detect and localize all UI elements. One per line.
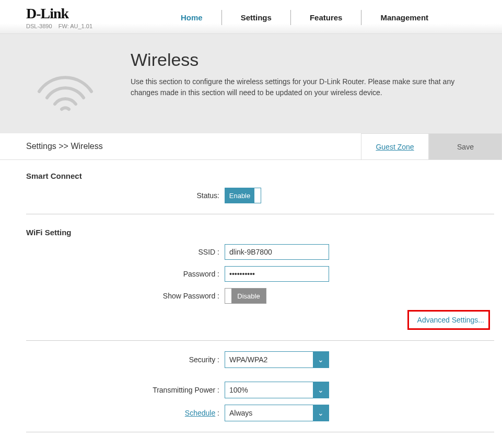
nav-features[interactable]: Features (291, 10, 362, 25)
toggle-handle (254, 188, 261, 203)
tx-power-select[interactable]: 100% ⌄ (225, 382, 329, 398)
nav-settings[interactable]: Settings (222, 10, 291, 25)
save-label: Save (457, 143, 474, 151)
ssid-row: SSID : (26, 241, 494, 263)
logo-block: D-Link DSL-3890 FW: AU_1.01 (26, 5, 162, 29)
show-password-row: Show Password : Disable (26, 285, 494, 307)
wifi-icon (0, 50, 131, 112)
tx-power-row: Transmitting Power : 100% ⌄ (26, 378, 494, 401)
brand-logo: D-Link (26, 5, 162, 22)
advanced-highlight: Advanced Settings... (407, 310, 490, 330)
divider (26, 340, 494, 341)
status-label: Status: (26, 191, 225, 200)
password-input[interactable] (225, 266, 329, 282)
chevron-down-icon: ⌄ (313, 352, 329, 367)
page-title: Wireless (131, 50, 481, 70)
breadcrumb-row: Settings >> Wireless Guest Zone Save (0, 133, 502, 160)
smart-connect-title: Smart Connect (26, 165, 494, 185)
model-fw: DSL-3890 FW: AU_1.01 (26, 23, 162, 29)
header-bar: D-Link DSL-3890 FW: AU_1.01 Home Setting… (0, 0, 502, 34)
smart-connect-toggle[interactable]: Enable (225, 188, 261, 203)
advanced-settings-link[interactable]: Advanced Settings... (417, 316, 484, 324)
password-label: Password : (26, 270, 225, 278)
wps-title: WI-FI PROTECTED SETUP (26, 440, 494, 448)
password-row: Password : (26, 263, 494, 285)
status-row: Status: Enable (26, 185, 494, 206)
divider (26, 214, 494, 214)
advanced-row: Advanced Settings... (26, 307, 494, 333)
model-label: DSL-3890 (26, 23, 52, 29)
toggle-disable-label: Disable (231, 289, 266, 303)
save-button[interactable]: Save (429, 133, 502, 159)
content-area: Smart Connect Status: Enable WiFi Settin… (0, 160, 502, 448)
security-label: Security : (26, 355, 225, 364)
guest-zone-tab[interactable]: Guest Zone (361, 133, 429, 159)
nav-management[interactable]: Management (361, 10, 447, 25)
tx-power-label: Transmitting Power : (26, 386, 225, 394)
page-banner: Wireless Use this section to configure t… (0, 34, 502, 133)
schedule-label: Schedule : (26, 409, 225, 417)
schedule-row: Schedule : Always ⌄ (26, 401, 494, 424)
tx-power-value: 100% (225, 382, 313, 398)
security-value: WPA/WPA2 (225, 352, 313, 367)
nav-home[interactable]: Home (162, 10, 222, 25)
ssid-input[interactable] (225, 244, 329, 260)
chevron-down-icon: ⌄ (313, 405, 329, 421)
fw-label: FW: AU_1.01 (59, 23, 92, 29)
show-password-toggle[interactable]: Disable (225, 288, 266, 304)
main-nav: Home Settings Features Management (162, 10, 447, 25)
schedule-link[interactable]: Schedule (185, 409, 215, 417)
schedule-select[interactable]: Always ⌄ (225, 405, 329, 421)
chevron-down-icon: ⌄ (313, 382, 329, 398)
ssid-label: SSID : (26, 248, 225, 256)
toggle-enable-label: Enable (225, 188, 254, 203)
banner-text: Wireless Use this section to configure t… (131, 50, 502, 112)
page-desc: Use this section to configure the wirele… (131, 76, 481, 98)
wifi-setting-title: WiFi Setting (26, 222, 494, 241)
guest-zone-link[interactable]: Guest Zone (376, 143, 414, 151)
show-password-label: Show Password : (26, 292, 225, 300)
security-select[interactable]: WPA/WPA2 ⌄ (225, 351, 329, 368)
breadcrumb: Settings >> Wireless (0, 133, 361, 159)
security-row: Security : WPA/WPA2 ⌄ (26, 348, 494, 371)
divider (26, 432, 494, 432)
toggle-handle (225, 289, 231, 303)
schedule-value: Always (225, 405, 313, 421)
